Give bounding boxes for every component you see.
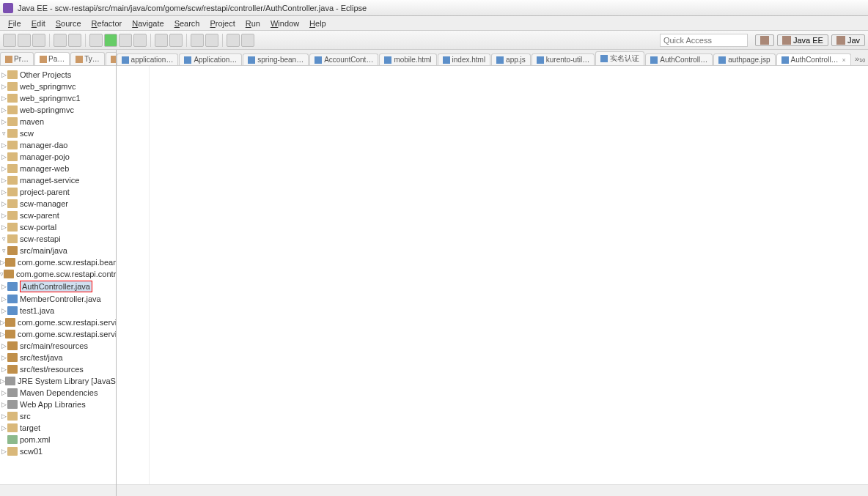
twisty-icon[interactable]: ▷ (0, 352, 7, 363)
twisty-icon[interactable]: ▷ (0, 317, 5, 327)
tree-node[interactable]: ▷scw-parent (0, 210, 116, 221)
twisty-icon[interactable]: ▿ (0, 234, 7, 244)
tree-node[interactable]: ▷target (0, 422, 116, 434)
twisty-icon[interactable]: ▷ (0, 294, 7, 304)
twisty-icon[interactable]: ▷ (0, 411, 7, 421)
twisty-icon[interactable]: ▷ (0, 341, 7, 351)
editor-tab[interactable]: kurento-util… (532, 53, 595, 65)
run-button[interactable] (104, 34, 117, 47)
twisty-icon[interactable]: ▷ (0, 152, 7, 162)
tree-node[interactable]: ▷src/test/resources (0, 363, 116, 375)
tree-node[interactable]: ▷managet-service (0, 174, 116, 186)
tree-node[interactable]: ▿scw-restapi (0, 233, 116, 245)
debug-button[interactable] (89, 34, 103, 47)
annotate-button[interactable] (205, 34, 218, 47)
tree-node[interactable]: ▿scw (0, 127, 116, 139)
left-tab[interactable]: Pa… (34, 52, 70, 65)
editor-tab[interactable]: AuthControll…× (776, 53, 851, 65)
twisty-icon[interactable]: ▷ (0, 423, 7, 433)
tree-node[interactable]: ▷web-springmvc (0, 104, 116, 116)
menu-window[interactable]: Window (265, 18, 304, 29)
menu-source[interactable]: Source (51, 18, 87, 29)
code-editor[interactable] (117, 66, 868, 484)
tree-node[interactable]: ▿src/main/java (0, 245, 116, 256)
tree-node[interactable]: ▷AuthController.java (0, 280, 116, 293)
twisty-icon[interactable]: ▷ (0, 175, 7, 185)
editor-tab[interactable]: 实名认证 (595, 51, 644, 65)
new-package-button[interactable] (169, 34, 183, 47)
tree-node[interactable]: ▷Web App Libraries (0, 399, 116, 410)
editor-hscroll[interactable] (117, 484, 868, 496)
editor-tab[interactable]: app.js (491, 53, 531, 65)
editor-tab[interactable]: index.html (438, 53, 491, 65)
twisty-icon[interactable]: ▷ (0, 222, 7, 232)
build-button[interactable] (68, 34, 81, 47)
perspective-button[interactable] (755, 34, 774, 46)
tree-node[interactable]: ▷Maven Dependencies (0, 387, 116, 399)
editor-tab[interactable]: Application… (179, 53, 242, 65)
tree-node[interactable]: ▷test1.java (0, 305, 116, 317)
tree-node[interactable]: ▷src/test/java (0, 352, 116, 363)
package-explorer[interactable]: ▷Other Projects▷web_springmvc▷web_spring… (0, 66, 116, 484)
twisty-icon[interactable]: ▷ (0, 376, 5, 386)
editor-tab[interactable]: AuthControll… (645, 53, 713, 65)
menu-run[interactable]: Run (240, 18, 265, 29)
editor-tab[interactable]: mobile.html (379, 53, 436, 65)
twisty-icon[interactable]: ▷ (0, 140, 7, 150)
tree-node[interactable]: ▷scw-portal (0, 221, 116, 233)
code-area[interactable] (150, 66, 868, 484)
tree-node[interactable]: ▷web_springmvc (0, 81, 116, 92)
twisty-icon[interactable]: ▿ (0, 245, 7, 256)
menu-help[interactable]: Help (304, 18, 331, 29)
tree-node[interactable]: ▷src (0, 410, 116, 422)
twisty-icon[interactable]: ▷ (0, 364, 7, 374)
close-icon[interactable]: × (842, 56, 846, 64)
tree-node[interactable]: ▷JRE System Library [JavaSE-1.7] (0, 375, 116, 387)
twisty-icon[interactable]: ▷ (0, 306, 7, 316)
perspective-java[interactable]: Jav (831, 34, 865, 46)
tree-node[interactable]: ▷com.gome.scw.restapi.bean (0, 256, 116, 268)
left-hscroll[interactable] (0, 484, 116, 496)
twisty-icon[interactable]: ▷ (0, 199, 7, 209)
tree-node[interactable]: ▷scw-manager (0, 198, 116, 210)
tree-node[interactable]: ▷web_springmvc1 (0, 92, 116, 104)
editor-tab[interactable]: spring-bean… (243, 53, 309, 65)
save-button[interactable] (18, 34, 31, 47)
tree-node[interactable]: ▷manager-web (0, 163, 116, 174)
save-all-button[interactable] (32, 34, 45, 47)
tree-node[interactable]: pom.xml (0, 434, 116, 445)
twisty-icon[interactable]: ▷ (0, 281, 7, 292)
menubar[interactable]: FileEditSourceRefactorNavigateSearchProj… (0, 16, 868, 31)
twisty-icon[interactable]: ▿ (0, 128, 7, 138)
tab-overflow[interactable]: »₁₀ (852, 53, 868, 65)
new-button[interactable] (3, 34, 16, 47)
twisty-icon[interactable]: ▷ (0, 187, 7, 197)
search-button[interactable] (191, 34, 204, 47)
tree-node[interactable]: ▷manager-dao (0, 139, 116, 151)
twisty-icon[interactable]: ▷ (0, 70, 7, 80)
menu-project[interactable]: Project (205, 18, 240, 29)
quick-access-input[interactable] (660, 34, 748, 47)
twisty-icon[interactable]: ▷ (0, 93, 7, 103)
menu-file[interactable]: File (3, 18, 26, 29)
perspective-javaee[interactable]: Java EE (777, 34, 828, 46)
twisty-icon[interactable]: ▷ (0, 81, 7, 92)
twisty-icon[interactable]: ▷ (0, 329, 5, 339)
menu-navigate[interactable]: Navigate (127, 18, 169, 29)
tree-node[interactable]: ▷Other Projects (0, 69, 116, 81)
twisty-icon[interactable]: ▷ (0, 163, 7, 174)
twisty-icon[interactable]: ▷ (0, 388, 7, 398)
left-tab[interactable]: Pr… (0, 52, 34, 65)
twisty-icon[interactable]: ▷ (0, 257, 5, 267)
menu-search[interactable]: Search (169, 18, 205, 29)
twisty-icon[interactable]: ▷ (0, 210, 7, 221)
ext-tools-button[interactable] (133, 34, 147, 47)
new-class-button[interactable] (155, 34, 168, 47)
menu-refactor[interactable]: Refactor (87, 18, 128, 29)
tree-node[interactable]: ▷manager-pojo (0, 151, 116, 163)
tree-node[interactable]: ▷maven (0, 116, 116, 127)
twisty-icon[interactable]: ▷ (0, 105, 7, 115)
tree-node[interactable]: ▷project-parent (0, 186, 116, 198)
run-last-button[interactable] (119, 34, 132, 47)
tree-node[interactable]: ▷com.gome.scw.restapi.service (0, 317, 116, 328)
